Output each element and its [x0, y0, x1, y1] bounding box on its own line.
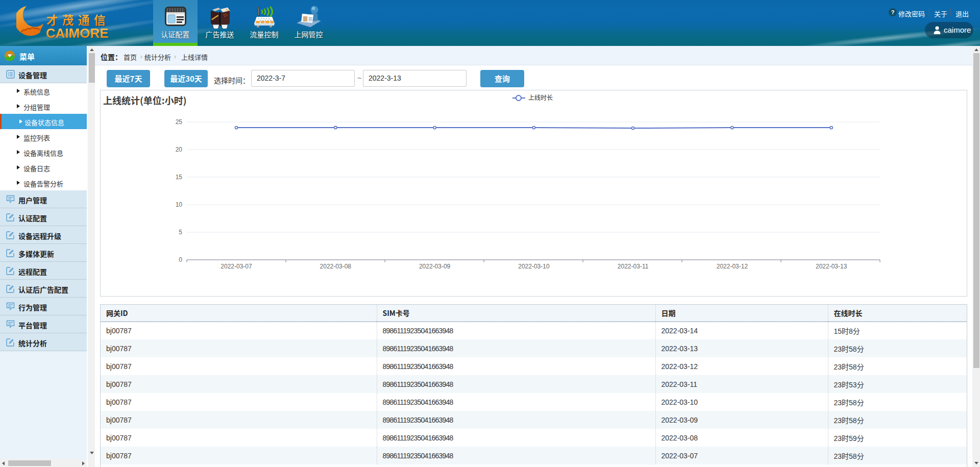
- svg-text:2022-03-07: 2022-03-07: [220, 263, 252, 270]
- svg-text:上线统计(单位:小时): 上线统计(单位:小时): [103, 93, 186, 107]
- svg-text:2022-03-12: 2022-03-12: [717, 263, 748, 270]
- svg-text:0: 0: [179, 256, 182, 263]
- svg-text:2022-03-11: 2022-03-11: [618, 263, 649, 270]
- svg-text:5: 5: [179, 229, 182, 236]
- svg-text:2022-03-10: 2022-03-10: [518, 263, 550, 270]
- svg-text:2022-03-13: 2022-03-13: [816, 263, 847, 270]
- svg-text:10: 10: [176, 201, 183, 208]
- svg-text:15: 15: [176, 174, 183, 181]
- svg-text:2022-03-08: 2022-03-08: [320, 263, 352, 270]
- svg-text:20: 20: [176, 146, 183, 153]
- svg-text:2022-03-09: 2022-03-09: [419, 263, 451, 270]
- svg-text:上线时长: 上线时长: [528, 93, 553, 102]
- svg-text:25: 25: [176, 118, 183, 126]
